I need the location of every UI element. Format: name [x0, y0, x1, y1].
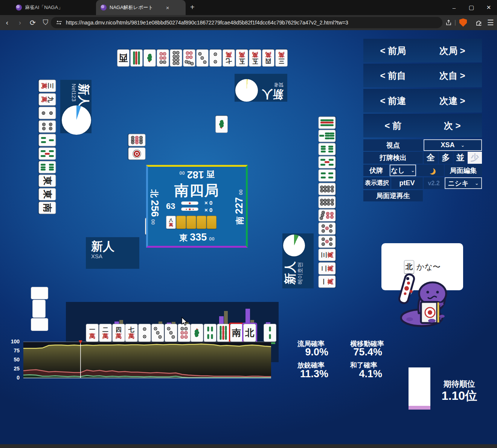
- discard-tile-8p: [169, 48, 183, 68]
- naga-favicon: [101, 5, 107, 11]
- tile-6p[interactable]: [178, 324, 191, 342]
- fusehai-label: 伏牌: [363, 165, 389, 176]
- ryukyoku-value: 9.0%: [282, 346, 328, 358]
- tile-2p: [38, 107, 56, 119]
- facedown-tile: [31, 318, 48, 331]
- next-kyoku-button[interactable]: 次局 >: [439, 45, 465, 57]
- reverse-replay-button[interactable]: 局面逆再生: [363, 190, 423, 201]
- browser-window: 麻雀AI「NAGA」 NAGA解析レポート × + – ▢ ✕ ‹ › ⟳ ⛉ …: [0, 0, 497, 448]
- dark-mode-toggle[interactable]: [417, 165, 444, 176]
- tile-9s[interactable]: [217, 324, 230, 342]
- viewpoint-label: 視点: [363, 139, 423, 151]
- maximize-button[interactable]: ▢: [463, 0, 480, 15]
- discard-tile-7p: [317, 209, 336, 222]
- tile-9p: [128, 134, 145, 146]
- tile-8m: 八萬: [166, 216, 176, 229]
- next-step-button[interactable]: 次 >: [444, 120, 461, 132]
- tile-W: 西: [117, 49, 130, 67]
- tab-naga-report[interactable]: NAGA解析レポート ×: [96, 0, 186, 15]
- win-probability-chart[interactable]: [23, 340, 271, 379]
- next-mismatch-button[interactable]: 次違 >: [439, 95, 465, 107]
- model-select[interactable]: ニシキ ⌄: [445, 177, 482, 189]
- tile-N[interactable]: 北: [243, 324, 256, 342]
- bubble-text: かな〜: [416, 262, 441, 272]
- tab-naga-home[interactable]: 麻雀AI「NAGA」: [11, 0, 67, 15]
- reload-icon[interactable]: ⟳: [27, 17, 38, 28]
- tile-6s: [318, 143, 335, 155]
- discard-tile-3m: 三萬: [317, 248, 336, 262]
- dahai-option-4[interactable]: 少: [468, 152, 482, 164]
- share-icon[interactable]: [444, 17, 453, 28]
- minimize-button[interactable]: –: [445, 0, 463, 15]
- dahai-option-1[interactable]: 全: [424, 152, 438, 164]
- tile-3p[interactable]: [165, 324, 177, 342]
- discard-tile-9m: 九萬: [38, 93, 56, 106]
- discard-tile-1s: [215, 116, 228, 133]
- tile-4s[interactable]: [204, 324, 216, 342]
- discard-tile-5m: 五萬: [248, 48, 262, 68]
- discard-tile-8s: [38, 160, 56, 174]
- bottom-player-box: 新人 XSA: [86, 237, 139, 269]
- tile-S[interactable]: 南: [230, 324, 243, 342]
- agari-value: 4.1%: [335, 368, 382, 380]
- brave-shield-icon[interactable]: [458, 17, 468, 28]
- y-tick-25: 25: [5, 366, 20, 372]
- menu-icon[interactable]: ☰: [485, 17, 496, 28]
- discard-tile-3p: [196, 48, 209, 68]
- mouse-cursor: [181, 317, 188, 326]
- new-tab-button[interactable]: +: [190, 3, 195, 12]
- bottom-player-rank: 新人: [91, 240, 134, 253]
- tile-2s[interactable]: [264, 324, 276, 342]
- dahai-option-2[interactable]: 多: [439, 152, 453, 164]
- back-icon[interactable]: ‹: [2, 17, 13, 28]
- close-tab-icon[interactable]: ×: [166, 5, 169, 11]
- url-bar[interactable]: https://naga.dmv.nico/htmls/9819e1e08bbd…: [51, 17, 442, 28]
- ptev-button[interactable]: ptEV: [391, 177, 423, 189]
- fusehai-value: なし: [391, 166, 405, 175]
- url-text: https://naga.dmv.nico/htmls/9819e1e08bbd…: [66, 20, 348, 26]
- version-text: v2.2: [424, 177, 444, 189]
- prev-kyoku-button[interactable]: < 前局: [380, 45, 406, 57]
- expected-rank-value: 1.10位: [433, 388, 486, 404]
- tile-2m[interactable]: 二萬: [99, 324, 112, 342]
- tile-back: [176, 216, 186, 229]
- tile-1s[interactable]: [191, 324, 203, 342]
- chevron-down-icon: ⌄: [475, 180, 479, 186]
- east-score: 東33500: [148, 232, 246, 244]
- viewpoint-select[interactable]: XSA ⌄: [424, 139, 482, 151]
- tile-7p: [183, 49, 195, 67]
- discard-tile-E: 東: [38, 187, 56, 201]
- discard-tile-5p: [317, 222, 336, 235]
- tile-2p[interactable]: [138, 324, 151, 342]
- discard-tile-9p: [128, 133, 145, 147]
- nav-mismatch-buttons: < 前違 次違 >: [363, 89, 482, 113]
- tile-8p: [318, 196, 335, 208]
- left-player-discards: 三萬九萬東東南: [38, 79, 56, 215]
- y-tick-100: 100: [5, 338, 20, 344]
- dahai-option-3[interactable]: 並: [454, 152, 467, 164]
- extensions-icon[interactable]: [473, 17, 484, 28]
- tile-1p: [128, 148, 145, 160]
- tile-7m[interactable]: 七萬: [125, 324, 138, 342]
- tile-back: [186, 216, 196, 229]
- prev-self-button[interactable]: < 前自: [380, 70, 406, 82]
- fusehai-select[interactable]: なし ⌄: [390, 165, 416, 176]
- nav-step-buttons: < 前 次 >: [363, 114, 482, 137]
- prev-mismatch-button[interactable]: < 前違: [380, 95, 406, 107]
- discard-tile-8p: [317, 195, 336, 209]
- next-self-button[interactable]: 次自 >: [439, 70, 465, 82]
- tile-5s: [38, 148, 56, 160]
- tile-3p[interactable]: [151, 324, 164, 342]
- bookmark-icon[interactable]: ⛉: [40, 17, 51, 28]
- tile-4m[interactable]: 四萬: [112, 324, 125, 342]
- discard-tile-4p: [38, 120, 56, 133]
- site-settings-icon[interactable]: [56, 20, 62, 26]
- tile-1m[interactable]: 一萬: [86, 324, 99, 342]
- edit-position-button[interactable]: 局面編集: [445, 165, 482, 176]
- tile-S: 南: [38, 202, 56, 214]
- prev-step-button[interactable]: < 前: [384, 120, 401, 132]
- forward-icon[interactable]: ›: [14, 17, 26, 28]
- bottom-player-name: XSA: [91, 253, 134, 260]
- toolbar-divider: |: [453, 17, 457, 28]
- close-button[interactable]: ✕: [480, 0, 497, 15]
